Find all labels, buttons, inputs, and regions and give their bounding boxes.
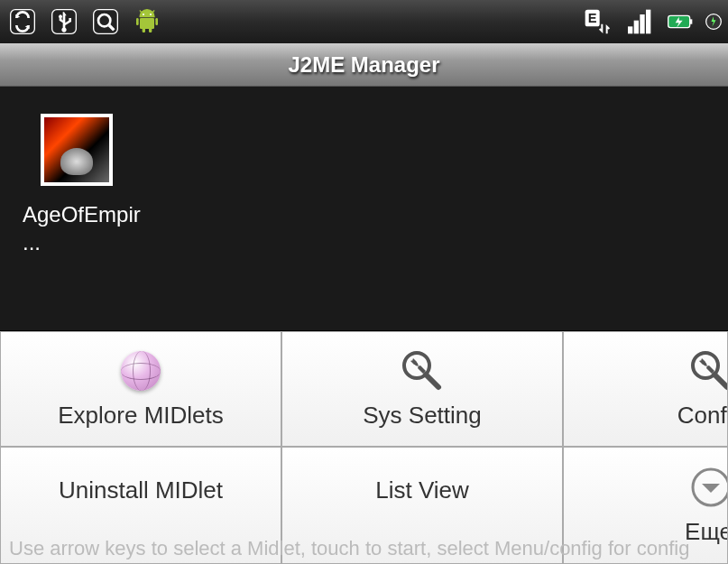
svg-rect-18: [690, 19, 693, 23]
midlet-grid[interactable]: AgeOfEmpir ...: [0, 87, 728, 330]
menu-uninstall-midlet[interactable]: Uninstall MIDlet: [0, 447, 281, 564]
svg-rect-13: [628, 26, 632, 33]
midlet-item[interactable]: AgeOfEmpir ...: [18, 114, 135, 256]
app-title: J2ME Manager: [288, 52, 439, 78]
svg-point-5: [150, 14, 152, 15]
android-icon: [130, 5, 164, 39]
search-status-icon: [88, 5, 123, 39]
options-menu: Explore MIDlets Sys Setting Config Unins…: [0, 331, 728, 564]
status-left: [5, 5, 164, 39]
svg-text:E: E: [588, 11, 597, 25]
menu-more[interactable]: Еще: [563, 447, 728, 564]
svg-rect-14: [634, 21, 639, 34]
menu-label: List View: [375, 476, 469, 504]
more-icon: [689, 466, 728, 509]
wrench-icon: [401, 349, 444, 393]
menu-label: Config: [677, 402, 728, 430]
edge-icon: E: [580, 5, 614, 39]
menu-label: Sys Setting: [363, 402, 482, 430]
signal-icon: [622, 5, 656, 39]
menu-explore-midlets[interactable]: Explore MIDlets: [0, 331, 281, 447]
svg-rect-9: [143, 28, 145, 32]
battery-icon: [663, 5, 697, 39]
sync-icon: [5, 5, 40, 39]
svg-rect-10: [149, 28, 152, 32]
svg-rect-16: [646, 10, 650, 34]
status-bar: E: [0, 0, 728, 43]
title-bar: J2ME Manager: [0, 43, 728, 87]
menu-list-view[interactable]: List View: [281, 447, 563, 564]
svg-rect-7: [136, 18, 139, 25]
midlet-label: AgeOfEmpir ...: [23, 200, 131, 256]
globe-icon: [119, 349, 162, 393]
svg-rect-6: [140, 18, 154, 29]
menu-sys-setting[interactable]: Sys Setting: [281, 331, 563, 447]
svg-rect-8: [155, 18, 158, 25]
menu-config[interactable]: Config: [563, 331, 728, 447]
wrench-icon: [689, 349, 728, 393]
svg-point-4: [143, 14, 144, 15]
menu-label: Еще: [685, 518, 728, 546]
svg-rect-15: [640, 14, 644, 33]
midlet-icon: [41, 114, 113, 186]
charging-icon: [705, 5, 723, 39]
usb-icon: [47, 5, 81, 39]
menu-label: Uninstall MIDlet: [59, 476, 223, 504]
menu-label: Explore MIDlets: [58, 402, 224, 430]
status-right: E: [580, 5, 723, 39]
